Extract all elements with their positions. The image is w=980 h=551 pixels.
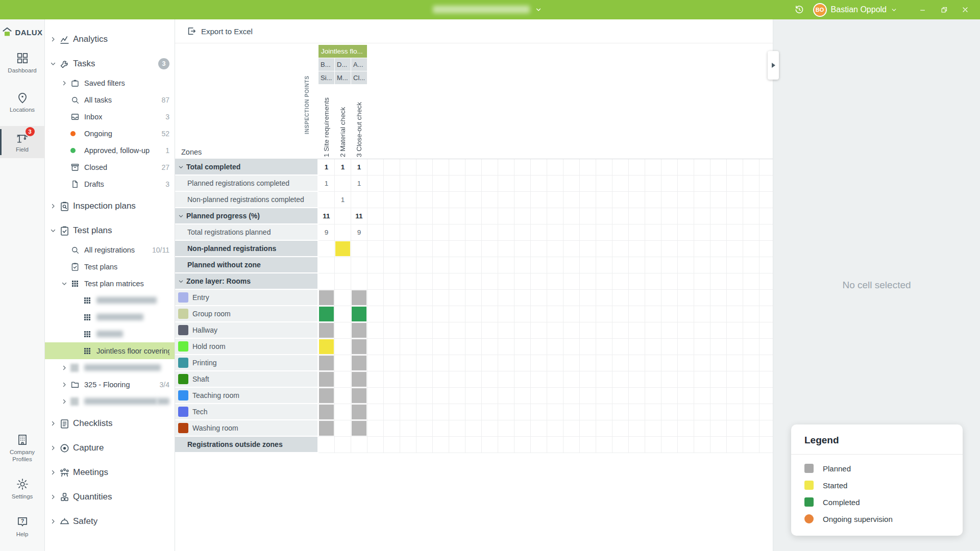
matrix-cell[interactable] xyxy=(368,208,384,224)
matrix-cell[interactable] xyxy=(743,339,760,355)
matrix-cell[interactable] xyxy=(596,176,612,192)
matrix-cell[interactable] xyxy=(743,208,760,224)
matrix-cell[interactable]: 9 xyxy=(318,224,335,241)
rail-item-dashboard[interactable]: Dashboard xyxy=(0,47,45,79)
matrix-cell[interactable] xyxy=(416,273,433,290)
matrix-cell[interactable] xyxy=(743,273,760,290)
matrix-cell[interactable] xyxy=(580,290,596,306)
matrix-cell[interactable] xyxy=(416,208,433,224)
matrix-cell[interactable] xyxy=(433,241,449,257)
matrix-cell[interactable] xyxy=(514,404,531,420)
matrix-cell[interactable] xyxy=(335,241,351,257)
matrix-cell[interactable] xyxy=(596,273,612,290)
matrix-cell[interactable] xyxy=(482,192,498,208)
matrix-cell[interactable] xyxy=(564,257,580,273)
matrix-cell[interactable] xyxy=(629,404,645,420)
matrix-cell[interactable] xyxy=(629,339,645,355)
matrix-cell[interactable] xyxy=(629,371,645,388)
matrix-cell[interactable] xyxy=(400,355,416,371)
matrix-cell[interactable] xyxy=(482,339,498,355)
chevron-right-icon[interactable] xyxy=(50,36,59,42)
matrix-group-header[interactable]: Jointless flo... xyxy=(318,45,367,58)
sidebar-item-meetings[interactable]: Meetings xyxy=(45,462,175,483)
matrix-cell[interactable] xyxy=(449,355,465,371)
matrix-cell[interactable] xyxy=(662,404,678,420)
matrix-cell[interactable] xyxy=(531,273,547,290)
matrix-cell[interactable] xyxy=(678,388,694,404)
sidebar-item-test-plan-matrices[interactable]: Test plan matrices xyxy=(45,275,175,292)
matrix-cell[interactable] xyxy=(514,371,531,388)
matrix-cell[interactable] xyxy=(498,371,514,388)
matrix-cell[interactable] xyxy=(335,437,351,453)
matrix-cell[interactable]: 11 xyxy=(318,208,335,224)
matrix-cell[interactable] xyxy=(449,388,465,404)
matrix-cell[interactable] xyxy=(580,306,596,322)
matrix-cell[interactable] xyxy=(580,388,596,404)
matrix-cell[interactable] xyxy=(465,371,482,388)
matrix-cell[interactable] xyxy=(416,322,433,339)
matrix-cell[interactable] xyxy=(384,159,400,176)
matrix-cell[interactable] xyxy=(580,322,596,339)
matrix-cell[interactable] xyxy=(760,420,773,437)
matrix-cell[interactable] xyxy=(645,339,662,355)
row-label[interactable]: Teaching room xyxy=(175,388,318,404)
sidebar-item-325-flooring[interactable]: 325 - Flooring3/4 xyxy=(45,376,175,393)
matrix-cell[interactable] xyxy=(564,437,580,453)
matrix-cell[interactable] xyxy=(727,208,743,224)
sidebar-item-test-plans[interactable]: Test plans xyxy=(45,220,175,241)
chevron-down-icon[interactable] xyxy=(50,228,59,234)
matrix-subheader-cell[interactable]: D... xyxy=(335,58,351,71)
matrix-cell[interactable] xyxy=(514,192,531,208)
matrix-cell[interactable] xyxy=(662,176,678,192)
matrix-cell[interactable] xyxy=(531,176,547,192)
matrix-cell[interactable] xyxy=(710,176,727,192)
matrix-cell[interactable] xyxy=(710,388,727,404)
matrix-cell[interactable] xyxy=(318,290,335,306)
matrix-cell[interactable] xyxy=(416,159,433,176)
matrix-cell[interactable] xyxy=(596,322,612,339)
matrix-cell[interactable] xyxy=(384,176,400,192)
matrix-cell[interactable]: 1 xyxy=(318,176,335,192)
matrix-cell[interactable] xyxy=(384,404,400,420)
matrix-cell[interactable] xyxy=(547,339,564,355)
matrix-cell[interactable] xyxy=(645,404,662,420)
matrix-cell[interactable] xyxy=(465,241,482,257)
matrix-cell[interactable] xyxy=(465,273,482,290)
dalux-logo[interactable]: DALUX xyxy=(2,27,42,38)
matrix-cell[interactable] xyxy=(760,208,773,224)
matrix-cell[interactable] xyxy=(547,437,564,453)
matrix-cell[interactable] xyxy=(384,388,400,404)
matrix-cell[interactable] xyxy=(318,437,335,453)
matrix-cell[interactable] xyxy=(318,241,335,257)
matrix-cell[interactable] xyxy=(678,273,694,290)
matrix-cell[interactable] xyxy=(694,437,710,453)
matrix-cell[interactable] xyxy=(743,437,760,453)
matrix-cell[interactable] xyxy=(400,420,416,437)
matrix-cell[interactable] xyxy=(596,208,612,224)
matrix-cell[interactable] xyxy=(727,192,743,208)
matrix-cell[interactable] xyxy=(645,208,662,224)
matrix-cell[interactable] xyxy=(465,437,482,453)
matrix-cell[interactable] xyxy=(760,339,773,355)
matrix-cell[interactable] xyxy=(564,371,580,388)
matrix-cell[interactable] xyxy=(678,257,694,273)
matrix-cell[interactable] xyxy=(743,159,760,176)
matrix-cell[interactable] xyxy=(498,404,514,420)
rail-item-settings[interactable]: Settings xyxy=(0,473,45,505)
sidebar-item-redacted[interactable] xyxy=(45,359,175,376)
matrix-cell[interactable] xyxy=(596,290,612,306)
matrix-cell[interactable] xyxy=(531,208,547,224)
matrix-cell[interactable] xyxy=(612,192,629,208)
chevron-right-icon[interactable] xyxy=(61,382,70,388)
matrix-cell[interactable] xyxy=(351,388,368,404)
matrix-cell[interactable] xyxy=(335,224,351,241)
row-label[interactable]: Group room xyxy=(175,306,318,322)
matrix-cell[interactable] xyxy=(760,404,773,420)
chevron-right-icon[interactable] xyxy=(50,494,59,500)
matrix-cell[interactable] xyxy=(612,322,629,339)
close-button[interactable] xyxy=(957,2,974,17)
row-label[interactable]: Total registrations planned xyxy=(175,224,318,241)
matrix-cell[interactable] xyxy=(335,355,351,371)
matrix-cell[interactable] xyxy=(629,437,645,453)
export-to-excel-button[interactable]: Export to Excel xyxy=(186,26,253,36)
